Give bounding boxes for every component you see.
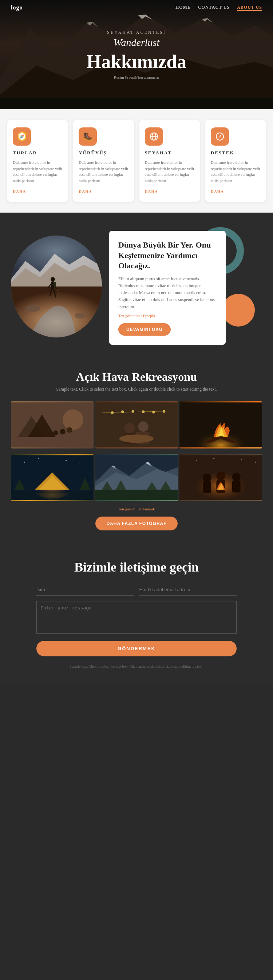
cards-section: 🧭 TURLAR Duis aute irure dolor in repreh…: [0, 109, 273, 213]
card-yuruyus: 🥾 YÜRÜYÜŞ Duis aute irure dolor in repre…: [73, 120, 133, 202]
hero-brand: Wanderlust: [87, 37, 187, 48]
svg-point-29: [63, 409, 83, 430]
card-seyahat: SEYAHAT Duis aute irure dolor in reprehe…: [140, 120, 200, 202]
svg-rect-24: [54, 282, 56, 287]
card-text-destek: Duis aute irure dolor in reprehenderit i…: [211, 159, 260, 183]
svg-rect-59: [11, 492, 94, 500]
contact-row: [37, 584, 236, 596]
story-text: Elit ut aliquam purus sit amet luctus ve…: [118, 275, 217, 310]
photo-people1: [179, 454, 262, 501]
card-title-destek: DESTEK: [211, 150, 260, 156]
svg-point-82: [213, 458, 214, 459]
devami-button[interactable]: DEVAMINI OKU: [118, 323, 171, 336]
contact-section: Bizimle iletişime geçin GÖNDERMEK Sample…: [0, 541, 273, 684]
nav-links: HOME CONTACT US ABOUT US: [175, 5, 262, 11]
card-icon-destek: ?: [211, 127, 229, 146]
card-title-seyahat: SEYAHAT: [145, 150, 194, 156]
svg-rect-76: [203, 481, 211, 493]
cards-grid: 🧭 TURLAR Duis aute irure dolor in repreh…: [7, 120, 266, 202]
svg-point-84: [255, 461, 256, 463]
contact-name-input[interactable]: [37, 584, 134, 596]
card-text-yuruyus: Duis aute irure dolor in reprehenderit i…: [79, 159, 128, 183]
story-title: Dünya Büyük Bir Yer. Onu Keşfetmenize Ya…: [118, 240, 217, 271]
footer-note: Sample text. Click to select the text bo…: [37, 663, 236, 669]
svg-point-77: [216, 471, 225, 480]
hero-subtitle: SEYAHAT ACENTESİ: [87, 30, 187, 35]
photo-tent1: [11, 454, 94, 501]
story-freepik: Ten görüntüler Freepik: [118, 313, 217, 318]
svg-point-18: [51, 277, 55, 282]
photo-camp1: [11, 401, 94, 449]
svg-point-83: [241, 459, 242, 460]
photo-camp2: [95, 401, 178, 449]
svg-rect-80: [232, 480, 241, 492]
svg-point-38: [142, 410, 145, 413]
svg-rect-6: [0, 98, 273, 109]
story-inner: Dünya Büyük Bir Yer. Onu Keşfetmenize Ya…: [11, 231, 262, 337]
hero-caption: Resim Freepik'ten alınmıştır: [87, 75, 187, 80]
contact-email-input[interactable]: [140, 584, 237, 596]
card-icon-turlar: 🧭: [13, 127, 31, 146]
card-title-yuruyus: YÜRÜYÜŞ: [79, 150, 128, 156]
svg-point-81: [196, 460, 197, 460]
story-image: [11, 235, 102, 337]
photo-fire1: [179, 401, 262, 449]
outdoor-section: Açık Hava Rekreasyonu Sample text. Click…: [0, 356, 273, 541]
send-button[interactable]: GÖNDERMEK: [37, 641, 236, 656]
svg-point-41: [124, 423, 135, 433]
card-turlar: 🧭 TURLAR Duis aute irure dolor in repreh…: [7, 120, 68, 202]
nav-contact[interactable]: CONTACT US: [198, 5, 230, 11]
card-icon-yuruyus: 🥾: [79, 127, 97, 146]
card-link-destek[interactable]: DAHA: [211, 189, 224, 194]
story-section: Dünya Büyük Bir Yer. Onu Keşfetmenize Ya…: [0, 213, 273, 356]
svg-text:?: ?: [218, 134, 221, 139]
svg-point-75: [203, 473, 211, 482]
svg-point-37: [132, 410, 135, 413]
card-text-seyahat: Duis aute irure dolor in reprehenderit i…: [145, 159, 194, 183]
nav-home[interactable]: HOME: [175, 5, 191, 11]
svg-point-32: [54, 430, 58, 435]
svg-point-35: [111, 411, 114, 414]
svg-point-53: [65, 460, 67, 461]
nav-about[interactable]: ABOUT US: [237, 5, 262, 11]
svg-point-40: [163, 410, 166, 413]
hero-title: Hakkımızda: [87, 51, 187, 72]
photo-grid-top: [11, 401, 262, 449]
outdoor-freepik: Ten görüntüler Freepik: [11, 507, 262, 511]
card-text-turlar: Duis aute irure dolor in reprehenderit i…: [13, 159, 62, 183]
outdoor-subtitle: Sample text. Click to select the text bo…: [11, 387, 262, 392]
svg-point-16: [25, 305, 40, 312]
svg-point-17: [75, 313, 86, 318]
contact-message-input[interactable]: [37, 601, 236, 634]
card-icon-seyahat: [145, 127, 163, 146]
hero-content: SEYAHAT ACENTESİ Wanderlust Hakkımızda R…: [87, 30, 187, 80]
svg-rect-68: [95, 490, 178, 500]
svg-point-30: [60, 429, 65, 434]
photo-nature1: [95, 454, 178, 501]
card-title-turlar: TURLAR: [13, 150, 62, 156]
card-destek: ? DESTEK Duis aute irure dolor in repreh…: [205, 120, 266, 202]
svg-point-45: [119, 434, 154, 443]
more-photos-button[interactable]: DAHA FAZLA FOTOĞRAF: [95, 517, 177, 530]
hero-section: SEYAHAT ACENTESİ Wanderlust Hakkımızda R…: [0, 0, 273, 109]
svg-point-79: [232, 473, 241, 481]
logo: logo: [11, 4, 22, 11]
svg-point-36: [121, 410, 124, 413]
svg-point-42: [138, 421, 149, 431]
story-box: Dünya Büyük Bir Yer. Onu Keşfetmenize Ya…: [109, 231, 226, 345]
svg-point-31: [67, 427, 72, 433]
navbar: logo HOME CONTACT US ABOUT US: [0, 0, 273, 15]
card-link-turlar[interactable]: DAHA: [13, 189, 26, 194]
svg-point-52: [38, 458, 39, 459]
outdoor-title: Açık Hava Rekreasyonu: [11, 370, 262, 384]
contact-title: Bizimle iletişime geçin: [37, 560, 236, 575]
card-link-seyahat[interactable]: DAHA: [145, 189, 158, 194]
card-link-yuruyus[interactable]: DAHA: [79, 189, 92, 194]
svg-point-54: [79, 463, 80, 464]
svg-point-51: [24, 461, 25, 463]
svg-point-39: [152, 410, 156, 414]
photo-grid-bottom: [11, 454, 262, 501]
